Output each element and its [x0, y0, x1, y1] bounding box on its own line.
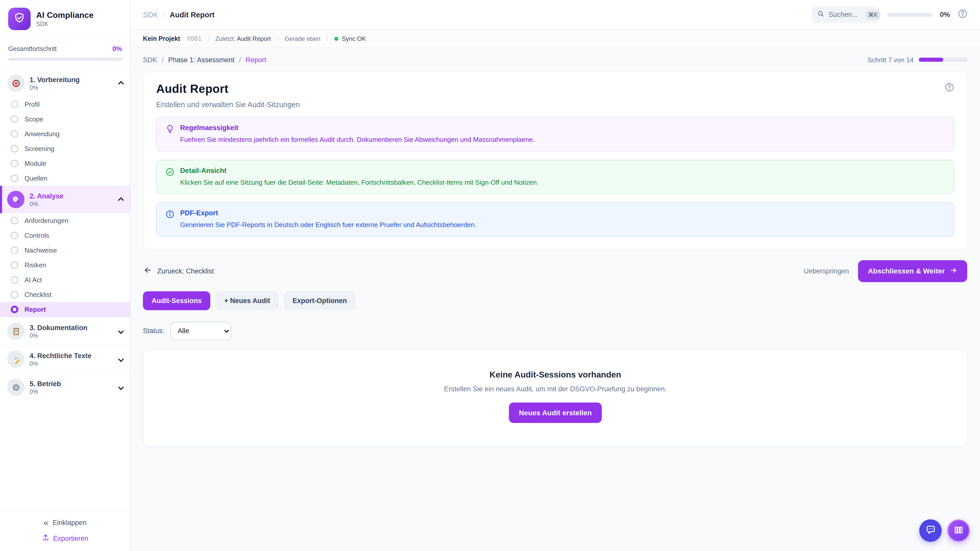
export-button[interactable]: Exportieren	[42, 534, 88, 543]
sync-status-dot	[334, 37, 338, 41]
section-title: 1. Vorbereitung	[30, 76, 80, 83]
columns-view-button[interactable]	[947, 519, 970, 542]
sidebar-item-screening[interactable]: Screening	[0, 141, 130, 156]
breadcrumb: SDK › Audit Report	[143, 11, 215, 19]
search-input[interactable]	[829, 11, 861, 18]
tab-export-optionen[interactable]: Export-Optionen	[284, 291, 355, 310]
version-badge: V001	[187, 35, 202, 42]
chat-button[interactable]	[919, 519, 942, 542]
empty-state-description: Erstellen Sie ein neues Audit, um mit de…	[154, 385, 957, 392]
sidebar-item-report[interactable]: Report	[0, 302, 130, 317]
radio-icon	[11, 100, 18, 108]
breadcrumb-root[interactable]: SDK	[143, 11, 158, 19]
overall-progress-label: Gesamtfortschritt	[8, 45, 57, 52]
card-help-icon[interactable]	[944, 82, 955, 94]
sidebar-item-checklist[interactable]: Checklist	[0, 287, 130, 302]
app-subtitle: SDK	[36, 21, 94, 27]
chevron-right-icon: ›	[163, 11, 165, 19]
overall-progress-bar	[8, 58, 122, 61]
help-icon[interactable]	[958, 8, 968, 21]
radio-icon	[11, 276, 18, 284]
radio-icon	[11, 291, 18, 299]
status-filter-select[interactable]: Alle	[170, 322, 231, 340]
radio-icon	[11, 217, 18, 224]
sidebar-nav: 1. Vorbereitung 0% Profil Scope Anwendun…	[0, 69, 130, 511]
phase-breadcrumb-phase[interactable]: Phase 1: Assessment	[168, 56, 234, 64]
radio-icon	[11, 175, 18, 182]
tabs: Audit-Sessions + Neues Audit Export-Opti…	[143, 291, 968, 310]
sidebar-item-profil[interactable]: Profil	[0, 97, 130, 112]
sidebar-item-scope[interactable]: Scope	[0, 112, 130, 127]
topbar: SDK › Audit Report ⌘K 0%	[130, 0, 980, 30]
back-button[interactable]: Zurueck: Checklist	[143, 266, 214, 276]
last-value: Audit Report	[237, 35, 271, 42]
page-subtitle: Erstellen und verwalten Sie Audit-Sitzun…	[156, 100, 300, 109]
upload-icon	[42, 534, 49, 543]
step-indicator: Schritt 7 von 14	[867, 56, 914, 64]
skip-button[interactable]: Ueberspringen	[804, 267, 849, 275]
chevron-down-icon	[118, 328, 124, 334]
section-percent: 0%	[30, 201, 64, 207]
section-title: 4. Rechtliche Texte	[30, 352, 92, 359]
empty-state: Keine Audit-Sessions vorhanden Erstellen…	[143, 349, 968, 447]
search-box[interactable]: ⌘K	[812, 6, 880, 23]
sidebar: AI Compliance SDK Gesamtfortschritt 0% 1…	[0, 0, 130, 551]
sidebar-item-quellen[interactable]: Quellen	[0, 171, 130, 186]
info-circle-icon	[165, 210, 175, 229]
section-percent: 0%	[30, 332, 88, 338]
clipboard-icon	[7, 322, 24, 340]
double-chevron-left-icon: «	[44, 518, 48, 527]
chevron-up-icon	[118, 81, 124, 87]
page-content: Audit Report Erstellen und verwalten Sie…	[130, 71, 980, 551]
phase-breadcrumb-current: Report	[245, 56, 266, 64]
main-area: SDK › Audit Report ⌘K 0% K	[130, 0, 980, 551]
info-box-regelmaessigkeit: Regelmaessigkeit Fuehren Sie mindestens …	[156, 117, 955, 151]
info-box-text: Fuehren Sie mindestens jaehrlich ein for…	[180, 135, 535, 144]
topbar-progress-bar	[887, 13, 932, 17]
sidebar-section-rechtliche-texte[interactable]: 4. Rechtliche Texte 0%	[0, 345, 130, 373]
sidebar-section-vorbereitung[interactable]: 1. Vorbereitung 0%	[0, 69, 130, 97]
sidebar-item-ai-act[interactable]: AI Act	[0, 272, 130, 287]
sidebar-section-dokumentation[interactable]: 3. Dokumentation 0%	[0, 317, 130, 345]
info-box-title: Regelmaessigkeit	[180, 124, 535, 132]
sidebar-section-betrieb[interactable]: 5. Betrieb 0%	[0, 373, 130, 401]
info-box-text: Klicken Sie auf eine Sitzung fuer die De…	[180, 178, 538, 187]
sidebar-footer: « Einklappen Exportieren	[0, 511, 130, 551]
shortcut-badge: ⌘K	[865, 10, 880, 19]
sidebar-section-analyse[interactable]: 2. Analyse 0%	[0, 186, 130, 213]
columns-icon	[953, 525, 964, 537]
info-box-title: Detail-Ansicht	[180, 167, 538, 174]
audit-report-card: Audit Report Erstellen und verwalten Sie…	[143, 71, 968, 249]
sidebar-item-anwendung[interactable]: Anwendung	[0, 127, 130, 141]
step-navigation: Zurueck: Checklist Ueberspringen Abschli…	[143, 260, 967, 282]
gear-icon	[7, 379, 24, 396]
memo-icon	[7, 351, 24, 368]
section-percent: 0%	[30, 360, 92, 367]
chat-bubble-icon	[925, 524, 936, 537]
sidebar-item-module[interactable]: Module	[0, 156, 130, 171]
sidebar-item-anforderungen[interactable]: Anforderungen	[0, 213, 130, 228]
app-root: AI Compliance SDK Gesamtfortschritt 0% 1…	[0, 0, 980, 551]
sync-status: Sync OK	[342, 35, 366, 42]
overall-progress-value: 0%	[112, 45, 122, 52]
section-percent: 0%	[30, 84, 80, 91]
target-icon	[7, 75, 24, 92]
app-logo	[8, 8, 30, 30]
radio-icon	[11, 115, 18, 123]
tab-audit-sessions[interactable]: Audit-Sessions	[143, 291, 210, 310]
last-saved-time: Gerade eben	[285, 35, 320, 42]
chevron-down-icon	[118, 356, 124, 362]
section-percent: 0%	[30, 389, 61, 395]
sidebar-item-nachweise[interactable]: Nachweise	[0, 243, 130, 258]
floating-buttons	[919, 519, 970, 542]
phase-breadcrumb-root[interactable]: SDK	[143, 56, 157, 64]
info-box-pdf-export: PDF-Export Generieren Sie PDF-Reports in…	[156, 202, 955, 237]
complete-next-button[interactable]: Abschliessen & Weiter	[858, 260, 967, 282]
sidebar-item-controls[interactable]: Controls	[0, 228, 130, 243]
collapse-sidebar-button[interactable]: « Einklappen	[44, 518, 87, 527]
breadcrumb-current: Audit Report	[170, 11, 215, 19]
chevron-up-icon	[118, 197, 124, 203]
tab-neues-audit[interactable]: + Neues Audit	[216, 291, 279, 310]
sidebar-item-risiken[interactable]: Risiken	[0, 258, 130, 272]
create-audit-button[interactable]: Neues Audit erstellen	[509, 402, 602, 423]
